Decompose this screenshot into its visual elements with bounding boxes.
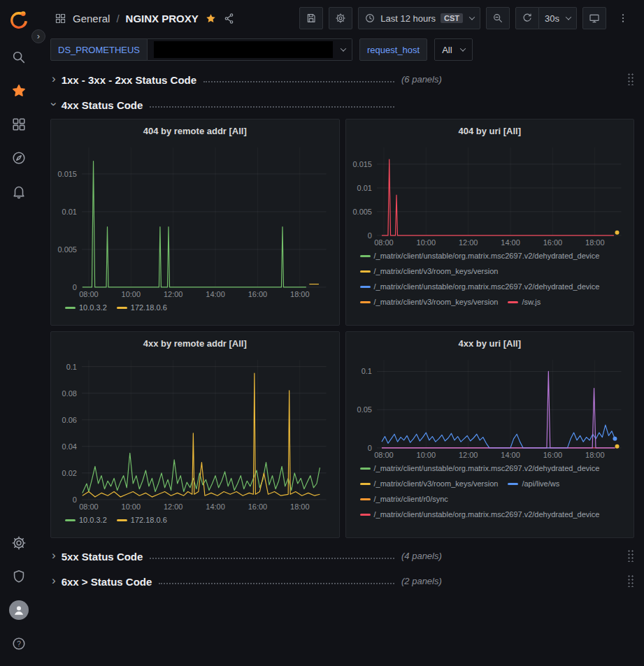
- sidebar-item-search[interactable]: [5, 43, 33, 71]
- svg-text:0.015: 0.015: [58, 170, 77, 178]
- legend-item[interactable]: 172.18.0.6: [117, 301, 167, 314]
- sidebar-item-dashboards[interactable]: [5, 110, 33, 138]
- legend-item[interactable]: /_matrix/client/unstable/org.matrix.msc2…: [360, 280, 600, 293]
- timeseries-chart[interactable]: 00.050.108:0010:0012:0014:0016:0018:00: [352, 353, 629, 459]
- svg-text:0.08: 0.08: [62, 389, 77, 398]
- grafana-logo[interactable]: [5, 6, 33, 34]
- monitor-icon: [589, 13, 600, 24]
- breadcrumb-dashboard-title[interactable]: NGINX PROXY: [126, 13, 199, 24]
- legend-item[interactable]: /_matrix/client/r0/sync: [360, 493, 448, 505]
- legend-item[interactable]: 10.0.3.2: [65, 301, 107, 314]
- compass-icon: [11, 150, 27, 166]
- svg-text:0: 0: [73, 283, 77, 291]
- panel-title[interactable]: 4xx by remote addr [All]: [57, 335, 334, 353]
- gear-icon: [335, 13, 346, 24]
- search-icon: [11, 50, 27, 65]
- legend-series-label: /_matrix/client/v3/room_keys/version: [374, 265, 499, 277]
- svg-text:12:00: 12:00: [164, 502, 183, 511]
- datasource-variable-label[interactable]: DS_PROMETHEUS: [50, 38, 148, 61]
- panel-title[interactable]: 404 by uri [All]: [352, 122, 629, 140]
- grafana-logo-icon: [8, 9, 29, 30]
- svg-text:18:00: 18:00: [290, 290, 309, 298]
- kebab-menu-icon: [617, 13, 629, 24]
- legend-item[interactable]: /api/live/ws: [508, 477, 559, 490]
- shield-icon: [11, 569, 27, 584]
- sidebar-item-starred[interactable]: [5, 77, 33, 105]
- sidebar-expand-button[interactable]: ›: [31, 29, 45, 43]
- svg-text:10:00: 10:00: [416, 451, 435, 459]
- timeseries-chart[interactable]: 00.0050.010.01508:0010:0012:0014:0016:00…: [57, 140, 334, 298]
- breadcrumb-folder[interactable]: General: [73, 13, 110, 24]
- request-host-variable-value[interactable]: All: [434, 38, 472, 61]
- panel-grid: 404 by remote addr [All] 00.0050.010.015…: [50, 119, 634, 538]
- timeseries-chart[interactable]: 00.0050.010.01508:0010:0012:0014:0016:00…: [352, 140, 629, 247]
- svg-text:10:00: 10:00: [122, 502, 141, 511]
- datasource-variable: DS_PROMETHEUS: [50, 38, 352, 61]
- panel-4xx-by-remote-addr: 4xx by remote addr [All] 00.020.040.060.…: [50, 331, 340, 538]
- row-drag-handle[interactable]: [627, 549, 634, 562]
- row-5xx[interactable]: › 5xx Status Code (4 panels): [50, 545, 634, 566]
- legend-item[interactable]: /sw.js: [508, 296, 541, 308]
- row-drag-handle[interactable]: [627, 73, 634, 85]
- datasource-variable-value[interactable]: [148, 38, 352, 61]
- sidebar-item-alerting[interactable]: [5, 178, 33, 205]
- sidebar-bottom: ?: [5, 526, 33, 660]
- refresh-group: 30s: [515, 7, 577, 29]
- kiosk-mode-button[interactable]: [582, 7, 606, 29]
- row-4xx[interactable]: › 4xx Status Code: [50, 94, 634, 115]
- favorite-star-button[interactable]: [205, 13, 217, 24]
- row-dotted-filler: [203, 81, 394, 82]
- sidebar-item-explore[interactable]: [5, 144, 33, 172]
- row-6xx[interactable]: › 6xx > Status Code (2 panels): [50, 570, 634, 591]
- legend-series-swatch: [360, 270, 371, 273]
- row-dotted-filler: [159, 583, 394, 584]
- legend-item[interactable]: /_matrix/client/unstable/org.matrix.msc2…: [360, 508, 600, 521]
- legend-series-swatch: [65, 307, 76, 309]
- svg-text:12:00: 12:00: [458, 451, 477, 459]
- zoom-out-button[interactable]: [486, 7, 510, 29]
- legend-item[interactable]: /_matrix/client/v3/room_keys/version: [360, 265, 499, 277]
- row-expanded-chevron-icon: ›: [48, 102, 60, 106]
- panel-title[interactable]: 4xx by uri [All]: [352, 335, 629, 353]
- svg-text:0.015: 0.015: [352, 160, 371, 168]
- chevron-down-icon: [341, 45, 346, 51]
- legend-series-label: 172.18.0.6: [131, 514, 167, 526]
- legend-item[interactable]: /_matrix/client/v3/room_keys/version: [360, 477, 499, 490]
- legend-series-swatch: [360, 286, 371, 288]
- time-range-picker[interactable]: Last 12 hours CST: [358, 7, 480, 29]
- sidebar-item-help[interactable]: ?: [5, 630, 33, 658]
- save-dashboard-button[interactable]: [299, 7, 323, 29]
- sidebar-item-profile[interactable]: [5, 596, 33, 624]
- refresh-button[interactable]: [515, 7, 539, 29]
- panel-404-by-uri: 404 by uri [All] 00.0050.010.01508:0010:…: [345, 119, 635, 326]
- dashboard-settings-button[interactable]: [329, 7, 352, 29]
- legend-item[interactable]: /_matrix/client/v3/room_keys/version: [360, 296, 499, 308]
- share-button[interactable]: [223, 13, 235, 24]
- clock-icon: [364, 13, 375, 24]
- svg-text:0.02: 0.02: [62, 469, 77, 477]
- row-drag-handle[interactable]: [627, 574, 634, 587]
- svg-text:?: ?: [17, 640, 21, 648]
- sidebar-item-configuration[interactable]: [5, 529, 33, 557]
- row-1xx-3xx-2xx[interactable]: › 1xx - 3xx - 2xx Status Code (6 panels): [50, 68, 634, 89]
- refresh-interval-picker[interactable]: 30s: [539, 7, 577, 29]
- legend-series-label: /_matrix/client/unstable/org.matrix.msc2…: [374, 462, 600, 475]
- legend-series-label: /_matrix/client/unstable/org.matrix.msc2…: [374, 249, 600, 262]
- legend-item[interactable]: 172.18.0.6: [117, 514, 167, 526]
- chevron-down-icon: [469, 14, 475, 20]
- sidebar-item-server-admin[interactable]: [5, 563, 33, 591]
- topbar-actions: Last 12 hours CST 30s: [299, 7, 634, 29]
- dashboard-variables-bar: DS_PROMETHEUS request_host All: [38, 36, 644, 63]
- legend-item[interactable]: /_matrix/client/unstable/org.matrix.msc2…: [360, 249, 600, 262]
- legend-series-swatch: [65, 519, 76, 521]
- more-options-button[interactable]: [612, 7, 634, 29]
- svg-text:10:00: 10:00: [416, 238, 435, 247]
- dashboard-content: › 1xx - 3xx - 2xx Status Code (6 panels)…: [38, 63, 644, 591]
- timeseries-chart[interactable]: 00.020.040.060.080.108:0010:0012:0014:00…: [57, 353, 334, 511]
- legend-item[interactable]: /_matrix/client/unstable/org.matrix.msc2…: [360, 462, 600, 475]
- svg-text:0.06: 0.06: [62, 416, 77, 424]
- panel-title[interactable]: 404 by remote addr [All]: [57, 122, 334, 140]
- legend-item[interactable]: 10.0.3.2: [65, 514, 107, 526]
- request-host-variable-label[interactable]: request_host: [359, 38, 427, 61]
- legend-series-swatch: [508, 483, 518, 485]
